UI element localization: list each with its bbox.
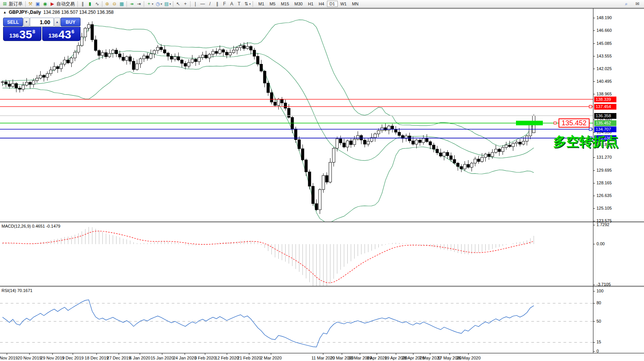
candle-body [412,141,414,144]
candle-body [508,145,511,146]
sell-price-pips: 35 [19,29,32,40]
candle-body [288,108,290,118]
candle-body [101,53,104,56]
candle-body [394,129,397,132]
candle-body [32,80,35,84]
candle-body [339,139,342,143]
candle-body [360,136,363,140]
price-axis-label: 50 [596,319,601,324]
candle-body [481,158,483,162]
level-price-label: 135.452 [594,120,616,126]
candle-body [329,162,332,182]
price-callout-label[interactable]: 135.452 [559,118,590,128]
candle-body [219,50,221,54]
candle-body [177,57,180,60]
date-axis-label: 18 Dec 2019 [85,356,108,360]
candle-body [239,46,242,48]
candle-body [77,46,80,52]
candle-body [415,140,418,144]
rsi-line [3,300,534,347]
candle-body [118,54,121,57]
candle-body [298,139,301,149]
bollinger-band [3,51,534,161]
macd-pane [3,227,534,290]
candle-body [105,53,107,57]
candle-body [432,145,435,149]
price-axis-label: 145.085 [596,41,612,46]
price-axis-label: 0.00 [596,241,605,246]
candle-body [363,140,366,144]
price-axis-label: 125.105 [596,206,612,211]
chart-canvas[interactable] [0,0,644,361]
candle-body [174,57,176,59]
sell-button[interactable]: SELL [3,18,23,26]
macd-signal-line [3,231,534,283]
candle-body [8,84,11,86]
candle-body [115,50,118,54]
date-axis-label: 26 May 2020 [456,356,481,360]
candle-body [312,186,314,203]
candle-body [470,163,473,167]
candle-body [87,25,90,28]
date-axis-label: 20 Nov 2019 [18,356,41,360]
date-axis-label: 27 Dec 2019 [107,356,131,360]
candle-body [56,67,59,69]
buy-price-major: 136 [48,32,58,39]
candle-body [146,56,149,58]
candle-body [398,132,401,136]
candle-body [60,64,62,69]
sell-price-major: 136 [9,32,19,39]
candle-body [191,59,194,62]
symbol-name: GBPJPY-,Daily [9,10,41,15]
candle-body [198,57,200,62]
buy-button[interactable]: BUY [61,18,80,26]
candle-body [253,50,256,56]
candle-body [181,60,183,64]
date-axis-label: 15 Jan 2020 [151,356,174,360]
candle-body [332,148,335,162]
candle-body [491,153,494,157]
candle-body [25,82,28,85]
candle-body [91,25,94,40]
candle-body [374,134,376,138]
candle-body [526,136,528,141]
candle-body [436,149,439,153]
ohlc-values: 134.286 136.507 134.250 136.358 [43,10,114,15]
candle-body [522,141,525,144]
candle-body [512,143,514,147]
price-axis-label: 143.555 [596,54,612,59]
candle-body [98,51,100,56]
date-axis-label: 8 Apr 2020 [366,356,387,360]
candle-body [229,53,232,55]
rsi-pane [0,300,593,347]
candle-body [336,139,338,148]
price-axis-label: 0 [596,349,599,354]
candle-body [22,85,25,89]
candle-body [498,149,501,151]
candle-body [284,103,287,108]
candle-body [187,62,190,66]
candle-body [391,126,394,130]
level-price-label: 138.339 [594,97,616,102]
candle-body [125,57,128,61]
candle-body [67,60,69,63]
candle-body [18,88,21,89]
candle-body [422,138,425,143]
volume-input[interactable]: 1.00 [30,18,54,26]
candle-body [367,141,370,144]
buy-price[interactable]: 136 43 6 [42,27,80,41]
candle-body [139,59,142,64]
candle-body [319,190,321,210]
candle-body [419,140,421,142]
sell-price[interactable]: 136 35 8 [3,27,41,41]
candle-body [439,153,442,156]
candle-body [495,149,497,153]
price-axis-label: 128.165 [596,180,612,185]
price-axis-label: 1.7292 [596,222,610,227]
candle-body [215,51,218,53]
price-axis-label: 146.660 [596,28,612,33]
volume-down-button[interactable]: ▼ [23,18,30,26]
candle-body [150,54,152,58]
candle-body [5,82,7,84]
volume-up-button[interactable]: ▲ [54,18,60,26]
